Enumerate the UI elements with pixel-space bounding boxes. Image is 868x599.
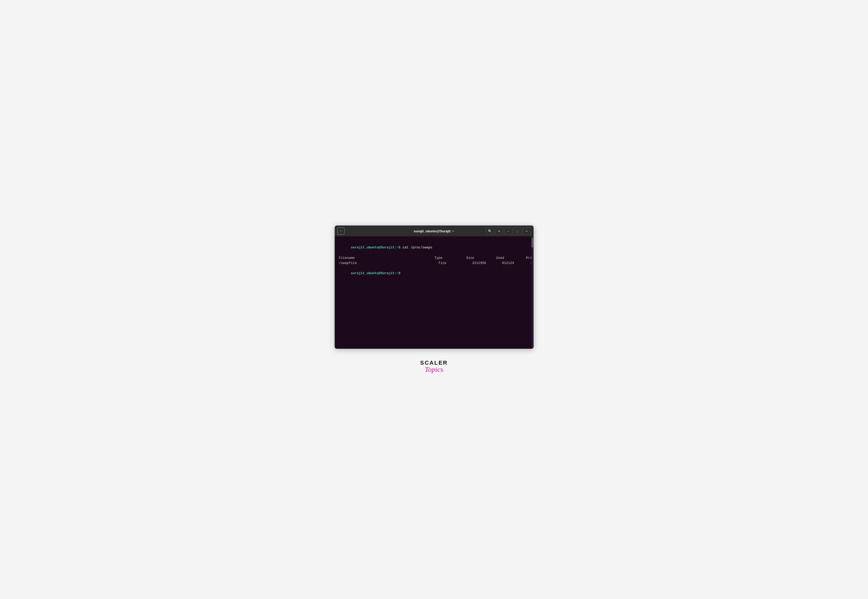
- prompt1: surajit_ubuntu@Surajit:~$: [351, 245, 403, 249]
- titlebar-left: ↑: [337, 227, 344, 235]
- minimize-button[interactable]: –: [504, 227, 512, 235]
- table-header: Filename Type Size Used Priority: [339, 256, 529, 260]
- terminal-icon: ↑: [337, 227, 344, 235]
- window-title: surajit_ubuntu@Surajit: ~: [414, 229, 454, 233]
- scrollbar[interactable]: [531, 236, 533, 349]
- menu-icon: ≡: [498, 229, 500, 233]
- maximize-button[interactable]: □: [513, 227, 522, 235]
- search-button[interactable]: 🔍: [486, 227, 494, 235]
- close-button[interactable]: ×: [523, 227, 531, 235]
- terminal-body[interactable]: surajit_ubuntu@Surajit:~$ cat /proc/swap…: [335, 236, 533, 349]
- menu-button[interactable]: ≡: [495, 227, 503, 235]
- search-icon: 🔍: [488, 229, 492, 233]
- prompt2: surajit_ubuntu@Surajit:~$: [351, 271, 403, 275]
- minimize-icon: –: [507, 229, 509, 233]
- prompt2-line: surajit_ubuntu@Surajit:~$: [339, 266, 529, 281]
- branding-section: SCALER Topics: [420, 360, 448, 373]
- table-row-swapfile: /swapfile file 3112956 812124 -2: [339, 260, 529, 266]
- titlebar-controls: 🔍 ≡ – □ ×: [486, 227, 531, 235]
- titlebar: ↑ surajit_ubuntu@Surajit: ~ 🔍 ≡ – □ ×: [335, 226, 533, 236]
- terminal-window: ↑ surajit_ubuntu@Surajit: ~ 🔍 ≡ – □ ×: [335, 226, 534, 349]
- scrollbar-thumb[interactable]: [531, 238, 533, 248]
- close-icon: ×: [526, 229, 528, 233]
- command-line: surajit_ubuntu@Surajit:~$ cat /proc/swap…: [339, 240, 529, 255]
- brand-topics-text: Topics: [425, 366, 443, 373]
- maximize-icon: □: [516, 229, 519, 233]
- command-text: cat /proc/swaps: [403, 245, 432, 249]
